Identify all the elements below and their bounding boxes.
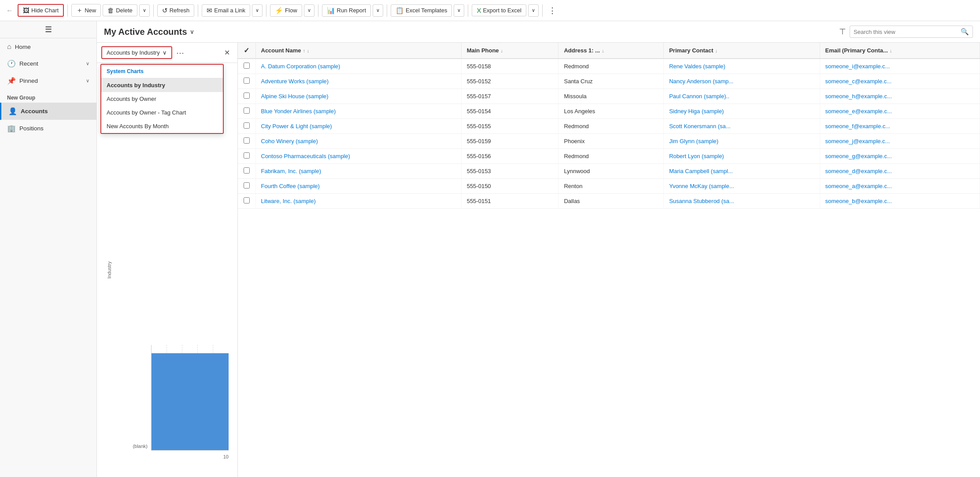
row-checkbox-1[interactable]: [244, 78, 250, 84]
check-all[interactable]: ✓: [244, 46, 249, 55]
contact-link-1[interactable]: Nancy Anderson (samp...: [669, 78, 733, 85]
email-link-9[interactable]: someone_b@example.c...: [825, 198, 892, 204]
cell-account-name-4: City Power & Light (sample): [255, 119, 461, 134]
contact-link-5[interactable]: Jim Glynn (sample): [669, 138, 718, 144]
cell-city-1: Santa Cruz: [558, 74, 664, 89]
export-excel-chevron[interactable]: ∨: [528, 4, 539, 17]
new-button[interactable]: ＋ New: [71, 4, 101, 17]
hide-chart-button[interactable]: 🖼 Hide Chart: [18, 4, 64, 17]
more-button[interactable]: ⋮: [546, 4, 558, 17]
email-link-4[interactable]: someone_f@example.c...: [825, 123, 891, 129]
contact-link-3[interactable]: Sidney Higa (sample): [669, 108, 724, 115]
account-name-link-8[interactable]: Fourth Coffee (sample): [261, 183, 320, 189]
contact-sort-icon[interactable]: ↓: [715, 48, 718, 53]
account-name-link-6[interactable]: Contoso Pharmaceuticals (sample): [261, 153, 350, 159]
cell-city-7: Lynnwood: [558, 164, 664, 179]
cell-account-name-5: Coho Winery (sample): [255, 134, 461, 149]
view-title[interactable]: My Active Accounts ∨: [104, 27, 194, 37]
run-report-button[interactable]: 📊 Run Report: [322, 4, 371, 17]
row-checkbox-6[interactable]: [244, 152, 250, 159]
row-checkbox-7[interactable]: [244, 167, 250, 174]
th-address1: Address 1: ... ↓: [558, 43, 664, 59]
account-name-link-5[interactable]: Coho Winery (sample): [261, 138, 318, 144]
email-link-1[interactable]: someone_c@example.c...: [825, 78, 892, 85]
chart-dropdown-item-3[interactable]: New Accounts By Month: [101, 119, 223, 133]
address-sort-icon[interactable]: ↓: [602, 48, 604, 53]
email-chevron[interactable]: ∨: [252, 4, 263, 17]
row-checkbox-0[interactable]: [244, 63, 250, 69]
contact-link-0[interactable]: Rene Valdes (sample): [669, 63, 725, 70]
contact-link-6[interactable]: Robert Lyon (sample): [669, 153, 724, 159]
table-row: Blue Yonder Airlines (sample) 555-0154 L…: [238, 104, 980, 119]
contact-link-4[interactable]: Scott Konersmann (sa...: [669, 123, 730, 129]
phone-sort-icon[interactable]: ↓: [501, 48, 503, 53]
row-checkbox-9[interactable]: [244, 197, 250, 203]
email-link-3[interactable]: someone_e@example.c...: [825, 108, 892, 115]
row-checkbox-cell: [238, 89, 255, 104]
run-report-chevron[interactable]: ∨: [373, 4, 383, 17]
excel-templates-button[interactable]: 📋 Excel Templates: [391, 4, 452, 17]
contact-link-9[interactable]: Susanna Stubberod (sa...: [669, 198, 734, 204]
contact-link-8[interactable]: Yvonne McKay (sample...: [669, 183, 734, 189]
cell-city-8: Renton: [558, 179, 664, 194]
chart-dropdown-item-1[interactable]: Accounts by Owner: [101, 92, 223, 106]
chart-close-button[interactable]: ✕: [221, 47, 233, 59]
email-link-7[interactable]: someone_d@example.c...: [825, 168, 892, 174]
delete-button[interactable]: 🗑 Delete: [103, 4, 137, 16]
refresh-icon: ↺: [162, 7, 168, 15]
sidebar-item-recent[interactable]: 🕐 Recent ∨: [0, 55, 96, 72]
row-checkbox-cell: [238, 149, 255, 164]
sidebar-item-home[interactable]: ⌂ Home: [0, 38, 96, 55]
email-link-6[interactable]: someone_g@example.c...: [825, 153, 892, 159]
chart-dropdown-item-0[interactable]: Accounts by Industry: [101, 78, 223, 92]
contact-link-7[interactable]: Maria Campbell (sampl...: [669, 168, 733, 174]
email-link-8[interactable]: someone_a@example.c...: [825, 183, 892, 189]
excel-templates-chevron[interactable]: ∨: [454, 4, 464, 17]
search-input[interactable]: [854, 29, 958, 35]
sep8: [542, 4, 543, 17]
cell-city-9: Dallas: [558, 194, 664, 209]
account-name-link-1[interactable]: Adventure Works (sample): [261, 78, 329, 85]
filter-icon[interactable]: ⊤: [839, 27, 846, 37]
flow-chevron[interactable]: ∨: [304, 4, 314, 17]
account-name-link-4[interactable]: City Power & Light (sample): [261, 123, 332, 129]
row-checkbox-8[interactable]: [244, 182, 250, 189]
sort-asc-icon[interactable]: ↑: [303, 48, 306, 53]
chart-selector-button[interactable]: Accounts by Industry ∨: [101, 46, 172, 59]
email-link-button[interactable]: ✉ Email a Link: [202, 4, 250, 17]
email-link-5[interactable]: someone_j@example.c...: [825, 138, 890, 144]
sidebar-item-pinned[interactable]: 📌 Pinned ∨: [0, 72, 96, 89]
account-name-link-9[interactable]: Litware, Inc. (sample): [261, 198, 316, 204]
back-button[interactable]: ←: [4, 4, 16, 17]
accounts-table: ✓ Account Name ↑ ↓: [238, 43, 980, 209]
chart-dropdown-header: System Charts: [101, 65, 223, 78]
row-checkbox-4[interactable]: [244, 122, 250, 129]
email-link-0[interactable]: someone_i@example.c...: [825, 63, 890, 70]
sidebar-item-accounts[interactable]: 👤 Accounts: [0, 103, 96, 120]
contact-link-2[interactable]: Paul Cannon (sample)..: [669, 93, 729, 100]
sort-desc-icon[interactable]: ↓: [307, 48, 310, 53]
chart-more-button[interactable]: ⋯: [174, 47, 186, 59]
chart-dropdown-item-2[interactable]: Accounts by Owner - Tag Chart: [101, 106, 223, 119]
export-excel-button[interactable]: X Export to Excel: [472, 4, 526, 16]
th-main-phone: Main Phone ↓: [461, 43, 558, 59]
row-checkbox-3[interactable]: [244, 107, 250, 114]
email-link-2[interactable]: someone_h@example.c...: [825, 93, 892, 100]
email-sort-icon[interactable]: ↓: [890, 48, 892, 53]
flow-button[interactable]: ⚡ Flow: [270, 4, 302, 17]
hamburger-icon[interactable]: ☰: [45, 25, 52, 34]
positions-icon: 🏢: [7, 124, 16, 133]
sidebar-item-positions[interactable]: 🏢 Positions: [0, 120, 96, 137]
refresh-button[interactable]: ↺ Refresh: [157, 4, 195, 17]
account-name-link-2[interactable]: Alpine Ski House (sample): [261, 93, 329, 100]
row-checkbox-5[interactable]: [244, 137, 250, 144]
account-name-link-7[interactable]: Fabrikam, Inc. (sample): [261, 168, 322, 174]
chart-y-axis-label: Industry: [107, 261, 112, 278]
delete-chevron[interactable]: ∨: [139, 4, 150, 17]
run-report-icon: 📊: [327, 7, 335, 15]
search-icon[interactable]: 🔍: [961, 28, 969, 36]
table-container: ✓ Account Name ↑ ↓: [238, 43, 980, 477]
account-name-link-0[interactable]: A. Datum Corporation (sample): [261, 63, 340, 70]
account-name-link-3[interactable]: Blue Yonder Airlines (sample): [261, 108, 336, 115]
row-checkbox-2[interactable]: [244, 92, 250, 99]
